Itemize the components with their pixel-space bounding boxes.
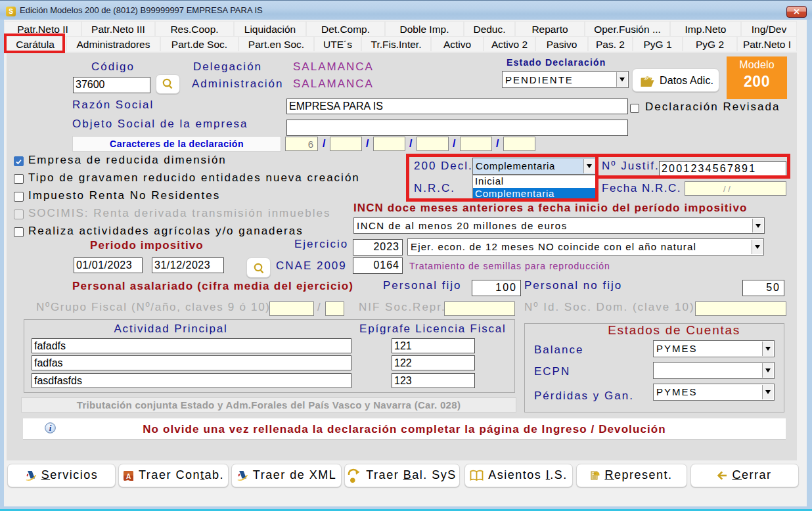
svg-text:i: i <box>49 423 52 433</box>
svg-text:A: A <box>126 473 131 480</box>
